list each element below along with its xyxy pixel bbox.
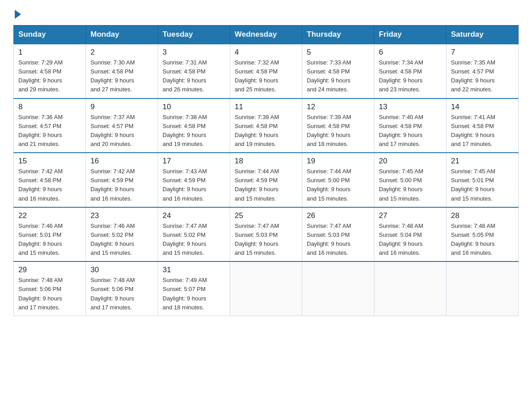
day-number: 4: [235, 48, 297, 57]
day-info: Sunrise: 7:39 AMSunset: 4:58 PMDaylight:…: [235, 113, 297, 149]
day-number: 12: [307, 103, 369, 111]
column-header-tuesday: Tuesday: [158, 26, 230, 44]
logo-arrow-icon: [15, 10, 21, 19]
calendar-cell: 29Sunrise: 7:48 AMSunset: 5:06 PMDayligh…: [14, 261, 86, 316]
day-info: Sunrise: 7:47 AMSunset: 5:03 PMDaylight:…: [307, 222, 369, 258]
day-number: 16: [90, 157, 153, 166]
day-number: 6: [379, 48, 442, 57]
day-info: Sunrise: 7:45 AMSunset: 5:01 PMDaylight:…: [451, 167, 514, 203]
day-info: Sunrise: 7:48 AMSunset: 5:06 PMDaylight:…: [90, 276, 153, 312]
day-info: Sunrise: 7:46 AMSunset: 5:01 PMDaylight:…: [18, 222, 81, 258]
calendar-week-row: 8Sunrise: 7:36 AMSunset: 4:57 PMDaylight…: [14, 98, 519, 153]
day-info: Sunrise: 7:44 AMSunset: 4:59 PMDaylight:…: [235, 167, 297, 203]
day-info: Sunrise: 7:45 AMSunset: 5:00 PMDaylight:…: [379, 167, 442, 203]
calendar-cell: 27Sunrise: 7:48 AMSunset: 5:04 PMDayligh…: [374, 207, 446, 262]
calendar-cell: 25Sunrise: 7:47 AMSunset: 5:03 PMDayligh…: [230, 207, 302, 262]
day-number: 8: [18, 103, 81, 111]
day-info: Sunrise: 7:39 AMSunset: 4:58 PMDaylight:…: [307, 113, 369, 149]
day-info: Sunrise: 7:33 AMSunset: 4:58 PMDaylight:…: [307, 58, 369, 94]
day-number: 7: [451, 48, 514, 57]
day-info: Sunrise: 7:48 AMSunset: 5:06 PMDaylight:…: [18, 276, 81, 312]
calendar-header-row: SundayMondayTuesdayWednesdayThursdayFrid…: [14, 26, 519, 44]
day-info: Sunrise: 7:42 AMSunset: 4:59 PMDaylight:…: [90, 167, 153, 203]
day-info: Sunrise: 7:41 AMSunset: 4:58 PMDaylight:…: [451, 113, 514, 149]
day-number: 17: [163, 157, 225, 166]
calendar-cell: 2Sunrise: 7:30 AMSunset: 4:58 PMDaylight…: [86, 44, 158, 98]
calendar-cell: [446, 261, 519, 316]
calendar-cell: 23Sunrise: 7:46 AMSunset: 5:02 PMDayligh…: [86, 207, 158, 262]
day-info: Sunrise: 7:47 AMSunset: 5:03 PMDaylight:…: [235, 222, 297, 258]
day-info: Sunrise: 7:40 AMSunset: 4:58 PMDaylight:…: [379, 113, 442, 149]
day-info: Sunrise: 7:38 AMSunset: 4:58 PMDaylight:…: [163, 113, 225, 149]
calendar-cell: 7Sunrise: 7:35 AMSunset: 4:57 PMDaylight…: [446, 44, 519, 98]
calendar-week-row: 29Sunrise: 7:48 AMSunset: 5:06 PMDayligh…: [14, 261, 519, 316]
day-number: 27: [379, 211, 442, 220]
day-info: Sunrise: 7:31 AMSunset: 4:58 PMDaylight:…: [163, 58, 225, 94]
day-number: 3: [163, 48, 225, 57]
day-info: Sunrise: 7:35 AMSunset: 4:57 PMDaylight:…: [451, 58, 514, 94]
page-header: [13, 9, 519, 17]
day-info: Sunrise: 7:30 AMSunset: 4:58 PMDaylight:…: [90, 58, 153, 94]
day-info: Sunrise: 7:36 AMSunset: 4:57 PMDaylight:…: [18, 113, 81, 149]
column-header-sunday: Sunday: [14, 26, 86, 44]
day-number: 2: [90, 48, 153, 57]
column-header-monday: Monday: [86, 26, 158, 44]
calendar-week-row: 1Sunrise: 7:29 AMSunset: 4:58 PMDaylight…: [14, 44, 519, 98]
calendar-cell: 3Sunrise: 7:31 AMSunset: 4:58 PMDaylight…: [158, 44, 230, 98]
calendar-cell: 5Sunrise: 7:33 AMSunset: 4:58 PMDaylight…: [302, 44, 374, 98]
calendar-cell: 22Sunrise: 7:46 AMSunset: 5:01 PMDayligh…: [14, 207, 86, 262]
day-number: 9: [90, 103, 153, 111]
day-number: 25: [235, 211, 297, 220]
day-info: Sunrise: 7:48 AMSunset: 5:04 PMDaylight:…: [379, 222, 442, 258]
day-number: 19: [307, 157, 369, 166]
calendar-cell: 26Sunrise: 7:47 AMSunset: 5:03 PMDayligh…: [302, 207, 374, 262]
calendar-cell: 18Sunrise: 7:44 AMSunset: 4:59 PMDayligh…: [230, 153, 302, 207]
day-number: 31: [163, 265, 225, 274]
calendar-cell: 17Sunrise: 7:43 AMSunset: 4:59 PMDayligh…: [158, 153, 230, 207]
calendar-cell: 24Sunrise: 7:47 AMSunset: 5:02 PMDayligh…: [158, 207, 230, 262]
calendar-week-row: 15Sunrise: 7:42 AMSunset: 4:58 PMDayligh…: [14, 153, 519, 207]
calendar-table: SundayMondayTuesdayWednesdayThursdayFrid…: [13, 25, 519, 316]
calendar-cell: 19Sunrise: 7:44 AMSunset: 5:00 PMDayligh…: [302, 153, 374, 207]
day-number: 5: [307, 48, 369, 57]
calendar-cell: 4Sunrise: 7:32 AMSunset: 4:58 PMDaylight…: [230, 44, 302, 98]
logo: [13, 9, 21, 17]
day-number: 1: [18, 48, 81, 57]
calendar-cell: 15Sunrise: 7:42 AMSunset: 4:58 PMDayligh…: [14, 153, 86, 207]
day-info: Sunrise: 7:46 AMSunset: 5:02 PMDaylight:…: [90, 222, 153, 258]
calendar-cell: [230, 261, 302, 316]
day-number: 15: [18, 157, 81, 166]
day-info: Sunrise: 7:43 AMSunset: 4:59 PMDaylight:…: [163, 167, 225, 203]
calendar-cell: 1Sunrise: 7:29 AMSunset: 4:58 PMDaylight…: [14, 44, 86, 98]
day-number: 23: [90, 211, 153, 220]
day-info: Sunrise: 7:37 AMSunset: 4:57 PMDaylight:…: [90, 113, 153, 149]
day-info: Sunrise: 7:42 AMSunset: 4:58 PMDaylight:…: [18, 167, 81, 203]
calendar-cell: 8Sunrise: 7:36 AMSunset: 4:57 PMDaylight…: [14, 98, 86, 153]
day-number: 14: [451, 103, 514, 111]
calendar-cell: 21Sunrise: 7:45 AMSunset: 5:01 PMDayligh…: [446, 153, 519, 207]
calendar-cell: 6Sunrise: 7:34 AMSunset: 4:58 PMDaylight…: [374, 44, 446, 98]
column-header-friday: Friday: [374, 26, 446, 44]
calendar-cell: [374, 261, 446, 316]
column-header-wednesday: Wednesday: [230, 26, 302, 44]
calendar-cell: 10Sunrise: 7:38 AMSunset: 4:58 PMDayligh…: [158, 98, 230, 153]
calendar-week-row: 22Sunrise: 7:46 AMSunset: 5:01 PMDayligh…: [14, 207, 519, 262]
day-number: 13: [379, 103, 442, 111]
day-number: 28: [451, 211, 514, 220]
calendar-cell: 31Sunrise: 7:49 AMSunset: 5:07 PMDayligh…: [158, 261, 230, 316]
calendar-cell: 12Sunrise: 7:39 AMSunset: 4:58 PMDayligh…: [302, 98, 374, 153]
day-info: Sunrise: 7:29 AMSunset: 4:58 PMDaylight:…: [18, 58, 81, 94]
day-number: 18: [235, 157, 297, 166]
day-info: Sunrise: 7:47 AMSunset: 5:02 PMDaylight:…: [163, 222, 225, 258]
column-header-saturday: Saturday: [446, 26, 519, 44]
day-number: 26: [307, 211, 369, 220]
day-number: 20: [379, 157, 442, 166]
day-number: 24: [163, 211, 225, 220]
calendar-cell: 13Sunrise: 7:40 AMSunset: 4:58 PMDayligh…: [374, 98, 446, 153]
day-number: 21: [451, 157, 514, 166]
calendar-cell: 16Sunrise: 7:42 AMSunset: 4:59 PMDayligh…: [86, 153, 158, 207]
calendar-cell: [302, 261, 374, 316]
calendar-cell: 11Sunrise: 7:39 AMSunset: 4:58 PMDayligh…: [230, 98, 302, 153]
calendar-cell: 30Sunrise: 7:48 AMSunset: 5:06 PMDayligh…: [86, 261, 158, 316]
calendar-cell: 14Sunrise: 7:41 AMSunset: 4:58 PMDayligh…: [446, 98, 519, 153]
